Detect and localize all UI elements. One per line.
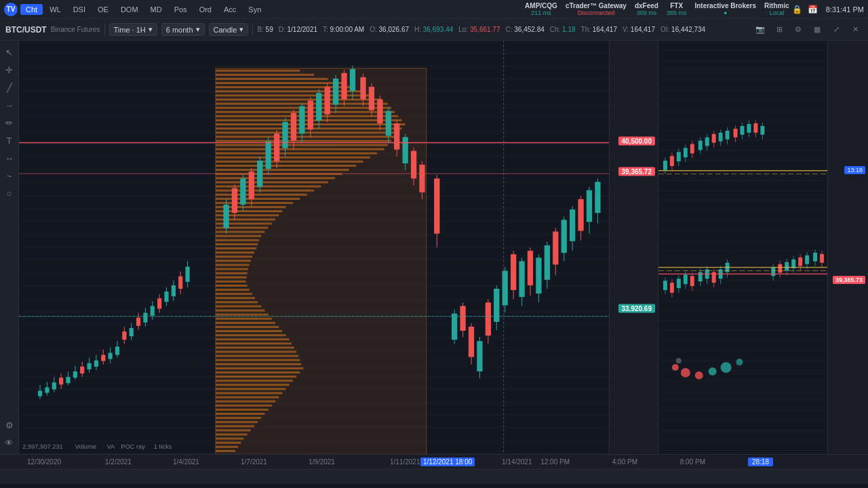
camera-button[interactable]: 📷: [753, 22, 768, 37]
svg-rect-275: [670, 283, 674, 293]
eye-tool[interactable]: 👁: [2, 435, 17, 450]
top-time: 8:31:41 PM: [826, 5, 864, 14]
broker-ctrader--gateway[interactable]: cTrader™ GatewayDisconnected: [566, 2, 627, 16]
svg-point-298: [736, 359, 743, 365]
svg-rect-22: [216, 144, 388, 146]
svg-rect-59: [216, 297, 255, 299]
top-tab-ord[interactable]: Ord: [194, 4, 217, 15]
svg-point-297: [721, 362, 732, 373]
svg-rect-180: [377, 99, 382, 123]
settings-tool[interactable]: ⚙: [2, 418, 17, 432]
toolbar-right: 📷 ⊞ ⚙ ▦ ⤢ ✕: [753, 22, 863, 37]
chart-title-area: BTC/USDT Binance Futures: [5, 25, 100, 35]
chart-type-select[interactable]: Candle ▾: [209, 23, 249, 36]
top-tab-pos[interactable]: Pos: [169, 4, 193, 15]
svg-rect-68: [216, 334, 286, 336]
svg-rect-271: [760, 126, 764, 135]
top-tab-oe[interactable]: OE: [92, 4, 114, 15]
svg-rect-251: [690, 144, 694, 154]
svg-rect-269: [753, 123, 757, 133]
main-chart-svg[interactable]: 2,997,907.231 Volume VA POC ray 1 ticks: [19, 41, 609, 454]
ellipse-tool[interactable]: ○: [2, 186, 17, 201]
top-tab-md[interactable]: MD: [145, 4, 167, 15]
svg-rect-76: [216, 367, 303, 369]
svg-rect-27: [216, 165, 356, 167]
cursor-tool[interactable]: ↖: [2, 45, 17, 60]
time-label-5: 1/9/2021: [309, 458, 335, 466]
svg-rect-263: [734, 129, 738, 138]
svg-rect-150: [249, 171, 254, 199]
right-time-bottom-badge: 28:18: [748, 458, 773, 466]
svg-text:POC ray: POC ray: [121, 443, 145, 450]
right-chart-svg[interactable]: [658, 41, 827, 454]
app-logo[interactable]: TV: [4, 3, 18, 16]
broker-dxfeed[interactable]: dxFeed309 ms: [635, 2, 658, 16]
settings-button[interactable]: ⚙: [791, 22, 806, 37]
time-label-7: 1/14/2021: [502, 458, 532, 466]
svg-rect-56: [216, 285, 248, 287]
svg-rect-74: [216, 359, 300, 361]
svg-rect-75: [216, 363, 301, 365]
broker-interactive-brokers[interactable]: Interactive Brokers●: [694, 2, 756, 16]
top-bar: TV ChtWLDSIOEDOMMDPosOrdAccSyn AMP/CQG21…: [0, 0, 868, 19]
svg-rect-142: [185, 266, 189, 281]
text-tool[interactable]: T: [2, 133, 17, 148]
grid-button[interactable]: ⊞: [772, 22, 787, 37]
chart-exchange: Binance Futures: [51, 26, 100, 33]
svg-text:Volume: Volume: [75, 443, 96, 450]
main-chart-panel[interactable]: AUTO BTC/USDT vs USDT: [19, 41, 658, 454]
svg-rect-200: [477, 341, 482, 371]
price-badge-green: 33,920.69: [618, 304, 656, 313]
svg-rect-249: [684, 148, 688, 157]
layout-button[interactable]: ▦: [810, 22, 825, 37]
svg-rect-253: [698, 141, 703, 150]
svg-rect-43: [216, 231, 265, 233]
svg-rect-156: [274, 134, 279, 161]
svg-rect-30: [216, 177, 335, 179]
right-time-badge: 13:18: [844, 166, 865, 174]
svg-rect-214: [536, 258, 541, 293]
range-select[interactable]: 6 month ▾: [161, 23, 205, 36]
measure-tool[interactable]: ↔: [2, 150, 17, 165]
top-tab-dsi[interactable]: DSI: [68, 4, 91, 15]
calendar-icon: 📅: [808, 5, 818, 14]
expand-button[interactable]: ⤢: [829, 22, 844, 37]
svg-rect-186: [403, 137, 408, 163]
svg-rect-206: [502, 271, 508, 306]
svg-point-296: [709, 367, 717, 375]
svg-rect-265: [741, 126, 745, 135]
svg-rect-34: [216, 194, 307, 196]
svg-text:1 ticks: 1 ticks: [154, 443, 172, 450]
svg-rect-62: [216, 310, 265, 312]
top-tab-acc[interactable]: Acc: [218, 4, 241, 15]
time-label-6: 1/11/2021: [390, 458, 420, 466]
crosshair-tool[interactable]: ✛: [2, 62, 17, 77]
chart-symbol[interactable]: BTC/USDT: [5, 25, 47, 35]
svg-point-292: [672, 364, 679, 371]
svg-rect-283: [698, 272, 703, 281]
close-button[interactable]: ✕: [848, 22, 863, 37]
svg-rect-226: [587, 190, 592, 222]
timeframe-select[interactable]: Time · 1H ▾: [109, 23, 157, 36]
top-tab-syn[interactable]: Syn: [243, 4, 267, 15]
svg-rect-92: [216, 434, 248, 436]
right-chart-panel[interactable]: BTC/USDT vs USDT AUTO: [658, 41, 868, 454]
svg-rect-162: [299, 106, 304, 134]
svg-rect-15: [216, 115, 398, 117]
svg-rect-279: [684, 274, 688, 284]
top-tab-dom[interactable]: DOM: [115, 4, 144, 15]
line-tool[interactable]: ╱: [2, 80, 17, 95]
brush-tool[interactable]: ✏: [2, 115, 17, 130]
svg-rect-138: [172, 285, 176, 296]
broker-amp-cqg[interactable]: AMP/CQG211 ms: [525, 2, 557, 16]
svg-rect-58: [216, 293, 252, 295]
broker-rithmic[interactable]: RithmicLocal: [764, 2, 789, 16]
broker-ftx[interactable]: FTX365 ms: [667, 2, 687, 16]
top-tab-wl[interactable]: WL: [44, 4, 66, 15]
svg-rect-196: [460, 306, 465, 331]
ray-tool[interactable]: →: [2, 98, 17, 113]
top-tab-cht[interactable]: Cht: [20, 4, 43, 15]
svg-rect-194: [452, 314, 457, 340]
fibonacci-tool[interactable]: ~: [2, 168, 17, 183]
svg-rect-212: [528, 251, 533, 285]
